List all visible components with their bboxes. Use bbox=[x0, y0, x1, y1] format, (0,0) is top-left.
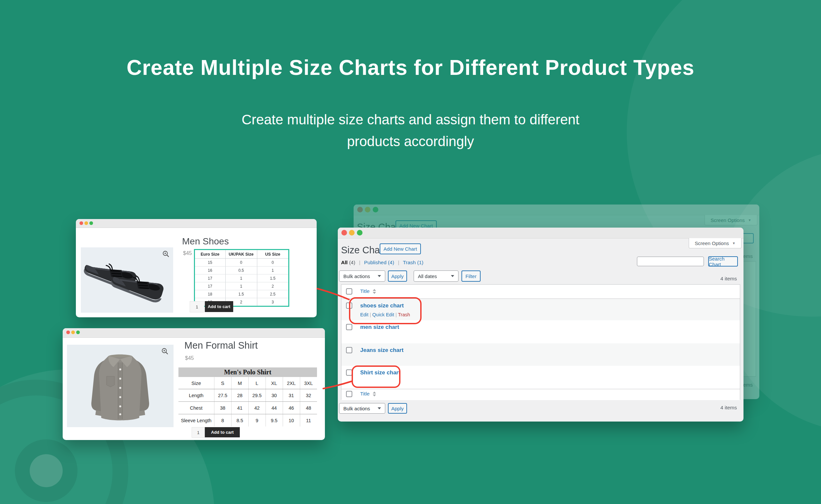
close-dot-icon[interactable] bbox=[66, 331, 70, 334]
zoom-dot-icon[interactable] bbox=[76, 331, 80, 334]
bulk-actions-select-footer[interactable]: Bulk actions bbox=[339, 403, 385, 414]
shoes-product-window: Men Shoes $45 Euro Size UK/PAK Size US S… bbox=[76, 219, 317, 317]
chevron-down-icon bbox=[378, 275, 381, 277]
shirt-product-window: Men Formal Shirt $45 Men's Polo Shirt Si… bbox=[63, 328, 325, 440]
quantity-input[interactable]: 1 bbox=[190, 301, 204, 312]
zoom-dot-icon[interactable] bbox=[89, 221, 93, 225]
apply-button-footer[interactable]: Apply bbox=[388, 403, 407, 414]
shirt-size-cell: 29.5 bbox=[248, 389, 266, 402]
title-column-header[interactable]: Title bbox=[360, 288, 376, 294]
shirt-size-cell: 46 bbox=[283, 402, 300, 414]
apply-button[interactable]: Apply bbox=[388, 270, 407, 282]
row-title-link[interactable]: Jeans size chart bbox=[360, 347, 403, 353]
ghost-screen-options-label: Screen Options bbox=[710, 217, 744, 223]
minimize-dot-icon[interactable] bbox=[84, 221, 88, 225]
product-price: $45 bbox=[183, 250, 192, 256]
annotation-circle-shirt-row bbox=[352, 365, 400, 388]
size-table-header: 3XL bbox=[300, 377, 317, 389]
window-title-bar bbox=[76, 219, 317, 228]
shoes-size-cell: 1 bbox=[257, 267, 288, 274]
title-column-label: Title bbox=[360, 391, 370, 397]
window-title-bar bbox=[354, 205, 759, 215]
window-title-bar bbox=[63, 328, 325, 338]
row-checkbox[interactable] bbox=[346, 347, 352, 353]
page-title: Size Chart bbox=[341, 245, 386, 256]
shoes-product-image bbox=[81, 247, 173, 313]
table-row-jeans-size-chart: Jeans size chart bbox=[341, 343, 740, 366]
shoes-size-cell: 17 bbox=[195, 282, 225, 290]
shoes-size-cell: 16 bbox=[195, 267, 225, 274]
shirt-product-image-box bbox=[67, 345, 174, 427]
shoes-size-cell: 2 bbox=[257, 282, 288, 290]
select-all-checkbox[interactable] bbox=[346, 288, 352, 295]
separator: | bbox=[398, 260, 399, 265]
size-table-header: M bbox=[231, 377, 248, 389]
view-trash-link[interactable]: Trash (1) bbox=[403, 260, 423, 265]
view-all-count: (4) bbox=[349, 260, 355, 265]
shirt-size-cell: Sleeve Length bbox=[178, 414, 214, 427]
shirt-size-table-title: Men's Polo Shirt bbox=[178, 367, 317, 377]
hero-subtitle: Create multiple size charts and assign t… bbox=[0, 109, 821, 152]
window-title-bar bbox=[338, 228, 743, 238]
shirt-size-cell: 28 bbox=[231, 389, 248, 402]
shirt-size-cell: 10 bbox=[283, 414, 300, 427]
add-to-cart-button[interactable]: Add to cart bbox=[205, 427, 240, 437]
zoom-dot-icon[interactable] bbox=[357, 230, 363, 236]
shirt-size-cell: 30 bbox=[266, 389, 283, 402]
hero-subtitle-line2: products accordingly bbox=[0, 131, 821, 152]
chevron-down-icon bbox=[451, 275, 454, 277]
size-chart-admin-window: Size Chart Add New Chart Screen Options … bbox=[338, 228, 743, 422]
view-filter-links: All (4) | Published (4) | Trash (1) bbox=[341, 260, 424, 266]
close-dot-icon[interactable] bbox=[79, 221, 83, 225]
size-table-header: XL bbox=[266, 377, 283, 389]
bulk-actions-label: Bulk actions bbox=[343, 406, 370, 411]
filter-button[interactable]: Filter bbox=[461, 270, 481, 282]
items-count-footer: 4 items bbox=[720, 405, 737, 411]
all-dates-select[interactable]: All dates bbox=[414, 270, 458, 282]
table-footer-row: Title bbox=[341, 389, 740, 400]
shoes-product-image-box bbox=[81, 247, 173, 313]
title-column-header[interactable]: Title bbox=[360, 391, 376, 397]
view-all-link[interactable]: All bbox=[341, 260, 348, 265]
hero-subtitle-line1: Create multiple size charts and assign t… bbox=[0, 109, 821, 131]
items-count: 4 items bbox=[720, 276, 737, 282]
shirt-size-cell: Chest bbox=[178, 402, 214, 414]
view-published-link[interactable]: Published (4) bbox=[364, 260, 394, 265]
row-checkbox[interactable] bbox=[346, 324, 352, 330]
table-row-shirt-size-chart: Shirt size chart bbox=[341, 366, 740, 389]
close-dot-icon[interactable] bbox=[341, 230, 347, 236]
shirt-size-cell: 9.5 bbox=[266, 414, 283, 427]
dropdown-arrow-icon: ▼ bbox=[748, 218, 751, 222]
magnifier-zoom-icon[interactable] bbox=[162, 250, 170, 258]
minimize-dot-icon[interactable] bbox=[349, 230, 355, 236]
shirt-size-cell: 38 bbox=[214, 402, 231, 414]
size-table-header-row: Euro Size UK/PAK Size US Size bbox=[195, 250, 288, 259]
bulk-actions-select[interactable]: Bulk actions bbox=[339, 270, 385, 282]
size-table-header-row: Size S M L XL 2XL 3XL bbox=[178, 377, 317, 389]
add-to-cart-button[interactable]: Add to cart bbox=[205, 301, 233, 312]
size-table-row: 1711.5 bbox=[195, 274, 288, 282]
select-all-checkbox[interactable] bbox=[346, 391, 352, 397]
chevron-down-icon bbox=[378, 407, 381, 409]
shirt-size-cell: 8.5 bbox=[231, 414, 248, 427]
shoes-size-cell: 0 bbox=[257, 259, 288, 267]
row-title-link[interactable]: men size chart bbox=[360, 324, 399, 330]
search-input[interactable] bbox=[637, 257, 704, 266]
search-chart-button[interactable]: Search Chart bbox=[708, 256, 738, 267]
shirt-size-cell: 8 bbox=[214, 414, 231, 427]
size-table-header: 2XL bbox=[283, 377, 300, 389]
minimize-dot-icon[interactable] bbox=[71, 331, 75, 334]
size-table-header: US Size bbox=[257, 250, 288, 259]
magnifier-zoom-icon[interactable] bbox=[161, 347, 169, 355]
dropdown-arrow-icon: ▼ bbox=[732, 241, 736, 245]
quantity-input[interactable]: 1 bbox=[192, 427, 205, 438]
shirt-size-cell: 48 bbox=[300, 402, 317, 414]
shoes-size-cell: 0 bbox=[225, 259, 257, 267]
shirt-size-cell: 9 bbox=[248, 414, 266, 427]
shoes-size-table: Euro Size UK/PAK Size US Size 1500160.51… bbox=[194, 249, 289, 307]
shoes-size-cell: 1 bbox=[225, 274, 257, 282]
add-new-chart-button[interactable]: Add New Chart bbox=[380, 243, 421, 254]
shirt-size-cell: 31 bbox=[283, 389, 300, 402]
screen-options-button[interactable]: Screen Options ▼ bbox=[689, 238, 742, 248]
shoes-size-cell: 1 bbox=[225, 282, 257, 290]
